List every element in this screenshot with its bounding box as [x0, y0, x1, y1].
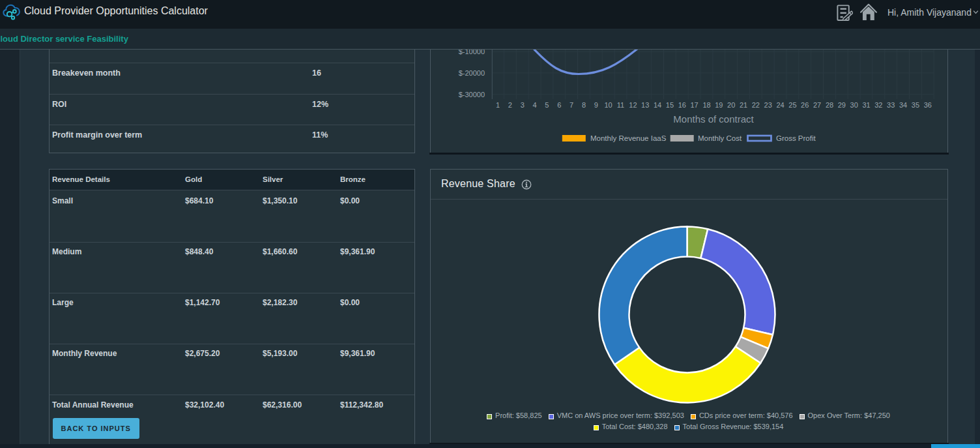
svg-text:33: 33 [887, 101, 895, 109]
svg-text:18: 18 [702, 101, 710, 109]
svg-text:34: 34 [899, 101, 907, 109]
svg-text:36: 36 [924, 101, 932, 109]
svg-text:31: 31 [862, 101, 870, 109]
svg-text:$-20000: $-20000 [459, 69, 485, 77]
svg-text:7: 7 [569, 101, 573, 109]
svg-text:9: 9 [594, 101, 598, 109]
svg-text:32: 32 [874, 101, 882, 109]
svg-text:29: 29 [838, 101, 846, 109]
svg-text:28: 28 [826, 101, 833, 109]
svg-text:35: 35 [912, 101, 919, 109]
svg-text:$-10000: $-10000 [459, 50, 485, 55]
svg-text:13: 13 [641, 101, 649, 109]
svg-text:14: 14 [654, 101, 661, 109]
svg-text:19: 19 [715, 101, 723, 109]
svg-text:10: 10 [604, 101, 612, 109]
svg-text:21: 21 [740, 101, 747, 109]
svg-text:Gross Profit: Gross Profit [776, 134, 816, 142]
svg-text:6: 6 [557, 101, 561, 109]
svg-text:Monthly Cost: Monthly Cost [698, 134, 742, 142]
svg-text:25: 25 [788, 101, 796, 109]
svg-text:23: 23 [764, 101, 772, 109]
svg-text:8: 8 [582, 101, 586, 109]
svg-text:24: 24 [776, 101, 784, 109]
svg-text:12: 12 [629, 101, 637, 109]
svg-text:15: 15 [666, 101, 674, 109]
svg-text:16: 16 [678, 101, 686, 109]
svg-text:30: 30 [850, 101, 858, 109]
svg-text:3: 3 [521, 101, 525, 109]
svg-text:$-30000: $-30000 [459, 91, 485, 98]
svg-text:11: 11 [617, 101, 624, 109]
svg-text:22: 22 [752, 101, 760, 109]
svg-text:1: 1 [496, 101, 500, 109]
svg-text:27: 27 [813, 101, 821, 109]
svg-text:4: 4 [532, 101, 536, 109]
svg-text:Monthly Revenue IaaS: Monthly Revenue IaaS [590, 134, 667, 142]
svg-text:5: 5 [545, 101, 549, 109]
svg-text:26: 26 [801, 101, 809, 109]
svg-text:20: 20 [727, 101, 735, 109]
svg-text:2: 2 [508, 101, 512, 109]
svg-text:Months of contract: Months of contract [673, 113, 754, 125]
svg-text:17: 17 [690, 101, 698, 109]
